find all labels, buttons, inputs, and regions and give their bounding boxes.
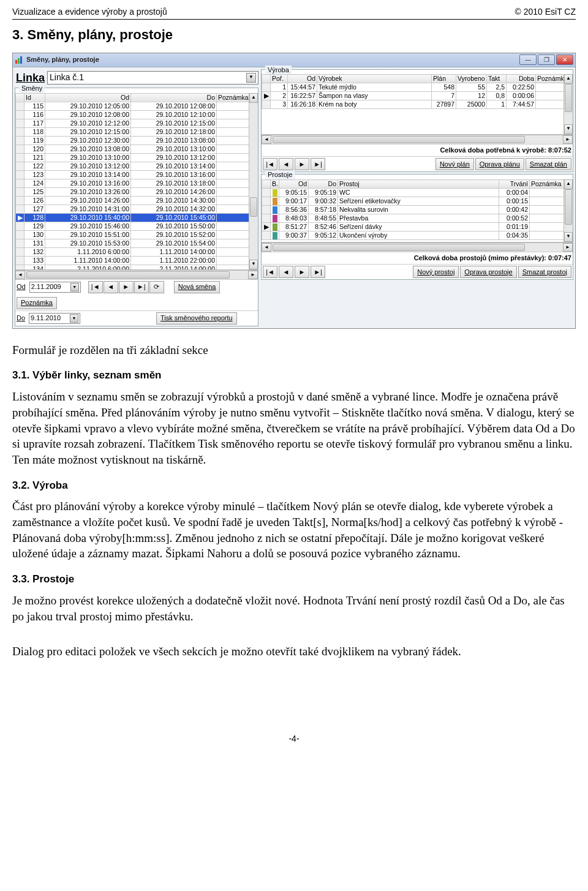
table-row[interactable]: 12529.10.2010 13:26:0029.10.2010 14:26:0…	[16, 187, 258, 196]
chevron-down-icon: ▼	[70, 283, 79, 291]
subsection-33-heading: 3.3. Prostoje	[12, 573, 576, 587]
linka-label: Linka	[16, 70, 45, 85]
do-label: Do	[17, 314, 25, 323]
table-row[interactable]: 1342.11.2010 6:00:002.11.2010 14:00:00	[16, 265, 258, 270]
table-row[interactable]: 12229.10.2010 13:12:0029.10.2010 13:14:0…	[16, 162, 258, 170]
chevron-down-icon: ▼	[246, 73, 256, 83]
smeny-table[interactable]: Id Od Do Poznámka 11529.10.2010 12:05:00…	[15, 93, 258, 270]
novy-prostoj-button[interactable]: Nový prostoj	[413, 266, 459, 278]
prostoje-group-title: Prostoje	[265, 170, 295, 179]
nav-next-button[interactable]: ►	[295, 158, 309, 170]
table-row[interactable]: 13129.10.2010 15:53:0029.10.2010 15:54:0…	[16, 239, 258, 247]
table-row[interactable]: 11529.10.2010 12:05:0029.10.2010 12:08:0…	[16, 102, 258, 110]
table-row[interactable]: 12029.10.2010 13:08:0029.10.2010 13:10:0…	[16, 145, 258, 153]
prostoje-table[interactable]: B. Od Do Prostoj Trvání Poznámka 9:05:15…	[262, 179, 573, 240]
horizontal-scrollbar[interactable]: ◄►	[262, 242, 573, 252]
table-row[interactable]: 1321.11.2010 6:00:001.11.2010 14:00:00	[16, 247, 258, 256]
od-label: Od	[17, 282, 26, 291]
table-row[interactable]: 11629.10.2010 12:08:0029.10.2010 12:10:0…	[16, 110, 258, 119]
subsection-33-body: Je možno provést korekce uložených a dod…	[12, 593, 576, 624]
close-button[interactable]: ✕	[556, 55, 573, 65]
prostoje-group: Prostoje B. Od Do Prostoj	[261, 174, 573, 280]
table-row[interactable]: 8:48:038:48:55Přestavba0:00:52	[262, 214, 573, 223]
vyroba-group: Výroba Poř. Od Výrobek Plán	[261, 69, 573, 173]
smeny-group: Směny Id Od Do Poznámka	[15, 88, 258, 326]
table-row[interactable]: 12929.10.2010 15:46:0029.10.2010 15:50:0…	[16, 222, 258, 230]
poznamka-button[interactable]: Poznámka	[17, 297, 57, 309]
nav-first-button[interactable]: |◄	[263, 266, 277, 278]
nav-first-button[interactable]: |◄	[263, 158, 277, 170]
table-row[interactable]: ▶12829.10.2010 15:40:0029.10.2010 15:45:…	[16, 213, 258, 222]
svg-rect-1	[18, 58, 20, 64]
table-row[interactable]: 13029.10.2010 15:51:0029.10.2010 15:52:0…	[16, 230, 258, 239]
window-titlebar: Směny, plány, prostoje — ❐ ✕	[13, 53, 575, 67]
nav-last-button[interactable]: ►|	[311, 266, 325, 278]
vyroba-total-label: Celková doba potřebná k výrobě: 8:07:52	[440, 146, 571, 155]
window-title: Směny, plány, prostoje	[26, 55, 99, 64]
smazat-prostoj-button[interactable]: Smazat prostoj	[518, 266, 571, 278]
table-row[interactable]: 11929.10.2010 12:30:0029.10.2010 13:08:0…	[16, 136, 258, 145]
tisk-reportu-button[interactable]: Tisk směnového reportu	[156, 312, 237, 325]
chevron-down-icon: ▼	[70, 314, 78, 323]
table-row[interactable]: ▶8:51:278:52:46Seřízení dávky0:01:19	[262, 223, 573, 231]
table-row[interactable]: 1331.11.2010 14:00:001.11.2010 22:00:00	[16, 256, 258, 265]
horizontal-scrollbar[interactable]: ◄►	[15, 270, 258, 279]
table-row[interactable]: 12329.10.2010 13:14:0029.10.2010 13:16:0…	[16, 170, 258, 179]
nav-last-button[interactable]: ►|	[311, 158, 325, 170]
nav-next-button[interactable]: ►	[119, 281, 134, 293]
subsection-31-body: Listováním v seznamu směn se zobrazují v…	[12, 389, 576, 467]
nav-prev-button[interactable]: ◄	[279, 158, 293, 170]
vertical-scrollbar[interactable]: ▲ ▼	[249, 93, 258, 269]
nav-refresh-button[interactable]: ⟳	[149, 281, 164, 293]
linka-selected-value: Linka č.1	[50, 72, 84, 83]
nav-prev-button[interactable]: ◄	[104, 281, 118, 293]
oprava-prostoje-button[interactable]: Oprava prostoje	[460, 266, 516, 278]
table-row[interactable]: 12129.10.2010 13:10:0029.10.2010 13:12:0…	[16, 153, 258, 162]
novy-plan-button[interactable]: Nový plán	[435, 158, 474, 170]
vertical-scrollbar[interactable]: ▲▼	[564, 179, 573, 242]
nav-first-button[interactable]: |◄	[88, 281, 103, 293]
subsection-32-body: Část pro plánování výroby a korekce výro…	[12, 498, 576, 562]
date-from-input[interactable]: 2.11.2009▼	[29, 282, 81, 293]
prostoje-total-label: Celková doba prostojů (mimo přestávky): …	[414, 254, 571, 263]
table-header-row: B. Od Do Prostoj Trvání Poznámka	[262, 180, 573, 189]
table-row[interactable]: ▶216:22:57Šampon na vlasy7120,80:00:06	[262, 92, 573, 100]
table-row[interactable]: 9:00:379:05:12Ukončení výroby0:04:35	[262, 231, 573, 240]
maximize-button[interactable]: ❐	[538, 55, 555, 65]
table-row[interactable]: 115:44:57Tekuté mýdlo548552,50:22:50	[262, 83, 573, 92]
table-row[interactable]: 11729.10.2010 12:12:0029.10.2010 12:15:0…	[16, 119, 258, 127]
subsection-32-heading: 3.2. Výroba	[12, 479, 576, 493]
vertical-scrollbar[interactable]: ▲▼	[564, 74, 573, 134]
closing-paragraph: Dialog pro editaci položek ve všech sekc…	[12, 644, 576, 660]
oprava-planu-button[interactable]: Oprava plánu	[475, 158, 524, 170]
minimize-button[interactable]: —	[519, 55, 537, 65]
table-row[interactable]: 12429.10.2010 13:16:0029.10.2010 13:18:0…	[16, 179, 258, 187]
svg-rect-2	[20, 56, 22, 64]
nav-next-button[interactable]: ►	[295, 266, 309, 278]
intro-paragraph: Formulář je rozdělen na tři základní sek…	[12, 342, 576, 358]
nova-smena-button[interactable]: Nová směna	[174, 281, 221, 293]
table-row[interactable]: 9:05:159:05:19WC0:00:04	[262, 189, 573, 197]
app-window: Směny, plány, prostoje — ❐ ✕ Linka Linka…	[12, 53, 576, 329]
smazat-plan-button[interactable]: Smazat plán	[526, 158, 571, 170]
table-row[interactable]: 12729.10.2010 14:31:0029.10.2010 14:32:0…	[16, 205, 258, 213]
doc-header-right: © 2010 EsiT CZ	[514, 6, 576, 18]
app-icon	[15, 56, 23, 64]
table-row[interactable]: 12629.10.2010 14:26:0029.10.2010 14:30:0…	[16, 196, 258, 205]
page-number: -4-	[12, 733, 576, 745]
subsection-31-heading: 3.1. Výběr linky, seznam směn	[12, 369, 576, 383]
vyroba-table[interactable]: Poř. Od Výrobek Plán Vyrobeno Takt Doba …	[262, 74, 573, 109]
table-row[interactable]: 9:00:179:00:32Seřízení etiketovačky0:00:…	[262, 197, 573, 206]
nav-prev-button[interactable]: ◄	[279, 266, 293, 278]
svg-rect-0	[15, 60, 17, 64]
horizontal-scrollbar[interactable]: ◄►	[262, 135, 573, 144]
table-row[interactable]: 8:56:368:57:18Nekvalita surovin0:00:42	[262, 206, 573, 214]
nav-last-button[interactable]: ►|	[134, 281, 149, 293]
linka-dropdown[interactable]: Linka č.1 ▼	[47, 71, 258, 85]
vyroba-group-title: Výroba	[265, 66, 292, 75]
date-to-input[interactable]: 9.11.2010▼	[29, 313, 80, 324]
section-heading: 3. Směny, plány, prostoje	[12, 26, 576, 44]
table-row[interactable]: 316:26:18Krém na boty278972500017:44:57	[262, 100, 573, 109]
smeny-group-title: Směny	[19, 84, 45, 93]
table-row[interactable]: 11829.10.2010 12:15:0029.10.2010 12:18:0…	[16, 127, 258, 136]
